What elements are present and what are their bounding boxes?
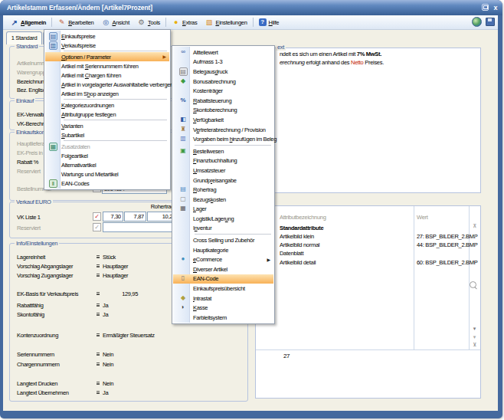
menu-item-vorgaben-beim-hinzufügen-im-beleg[interactable]: ▥Vorgaben beim hinzufügen im Beleg bbox=[173, 134, 273, 144]
attribute-row-name[interactable]: Datenblatt bbox=[280, 250, 303, 257]
arrow-icon: ↗ bbox=[10, 18, 18, 27]
menu-item-label: Belegausdruck bbox=[193, 68, 227, 75]
menu-item-rohertrag[interactable]: ▤Rohertrag bbox=[173, 185, 273, 195]
menu-item-gutter: ▢ bbox=[173, 195, 193, 204]
menubar-item-hilfe[interactable]: ?Hilfe bbox=[255, 18, 283, 27]
info-label-chargennummern: Chargennummern bbox=[17, 361, 60, 368]
menubar-item-einstellungen[interactable]: ▨Einstellungen bbox=[201, 18, 250, 28]
menu-item-hauptkategorie[interactable]: Hauptkategorie bbox=[173, 245, 273, 255]
scroll-to-top-icon[interactable]: ⊼ bbox=[471, 223, 478, 228]
menu-item-subartikel[interactable]: Subartikel bbox=[45, 130, 169, 139]
attribute-row-value[interactable]: 27: BSP_BILDER_2.BMP bbox=[417, 233, 477, 240]
menu-item-logistik-lagerung[interactable]: Logistik/Lagerung bbox=[173, 214, 273, 224]
menu-item-rabattsteuerung[interactable]: %Rabattsteuerung bbox=[173, 96, 273, 106]
menubar-item-extras[interactable]: ●Extras bbox=[168, 18, 201, 28]
menu-item-verfügbarkeit[interactable]: ◧Verfügbarkeit bbox=[173, 115, 273, 125]
menu-item-alternativartikel[interactable]: Alternativartikel bbox=[45, 160, 169, 169]
tab-standard[interactable]: 1 Standard bbox=[6, 31, 42, 44]
menubar-item-label: Extras bbox=[182, 19, 197, 26]
menu-item-bezugskosten[interactable]: ▢Bezugskosten bbox=[173, 195, 273, 205]
menubar-item-allgemein[interactable]: ↗Allgemein bbox=[6, 18, 50, 28]
menu-item-intrastat[interactable]: ◆Intrastat bbox=[173, 294, 273, 304]
menu-item-artikel-mit-seriennummern-führen[interactable]: Artikel mit Seriennummern führen bbox=[45, 61, 169, 71]
scroll-down-icon[interactable]: ▾ bbox=[471, 326, 478, 331]
infotext-fragment: 7% MwSt. bbox=[357, 51, 381, 57]
menu-item-einkaufspreise[interactable]: ▤Einkaufspreise bbox=[45, 31, 169, 41]
menubar-item-tools[interactable]: ⚙Tools bbox=[133, 18, 164, 28]
menu-item-aufmass-1-3[interactable]: Aufmass 1-3 bbox=[173, 57, 273, 67]
menu-item-artikel-in-vorgelagerter-auswahltabelle-verbergen[interactable]: Artikel in vorgelagerter Auswahltabelle … bbox=[45, 80, 169, 89]
attribute-row-value[interactable]: 60: BSP_BILDER_2.BMP bbox=[417, 259, 477, 266]
attribute-footer-value: 27 bbox=[283, 353, 290, 359]
scroll-up-icon[interactable]: ▴ bbox=[471, 232, 478, 238]
menu-item-inventur[interactable]: Inventur bbox=[173, 224, 273, 234]
app-window: Standard Einkauf Einkaufskonditionen Ver… bbox=[0, 0, 504, 420]
menu-item-label: Einkaufspreise bbox=[61, 33, 95, 40]
menu-item-kostenträger[interactable]: Kostenträger bbox=[173, 86, 273, 96]
attributes-header-name[interactable]: Attributbezeichnung bbox=[280, 214, 326, 221]
menu-item-diverser-artikel[interactable]: Diverser Artikel bbox=[173, 264, 273, 274]
menu-item-skontoberechnung[interactable]: Skontoberechnung bbox=[173, 106, 273, 116]
menu-item-farbleitsystem[interactable]: Farbleitsystem bbox=[173, 313, 273, 323]
value-marker-icon bbox=[97, 304, 100, 307]
menu-item-artikel-im-shop-anzeigen[interactable]: Artikel im Shop anzeigen bbox=[45, 89, 169, 98]
vk-liste-edit-icon[interactable]: ✓ bbox=[93, 212, 101, 221]
submenu-arrow-icon: ▶ bbox=[162, 54, 169, 60]
menu-item-finanzbuchhaltung[interactable]: Finanzbuchhaltung bbox=[173, 156, 273, 166]
infotext-fragment: erfolgt anhand des bbox=[305, 59, 351, 66]
menu-item-kasse[interactable]: ◗Kasse bbox=[173, 303, 273, 313]
menu-item-ean-code[interactable]: ▯EAN-Code bbox=[173, 274, 273, 284]
scroll-up-page-icon[interactable]: ▵ bbox=[471, 241, 478, 246]
vk-price-2-input[interactable] bbox=[124, 212, 146, 221]
menu-item-label: Rabattsteuerung bbox=[193, 97, 231, 104]
menu-item-label: Hauptkategorie bbox=[193, 247, 228, 254]
attribute-row-name[interactable]: Artikelbild normal bbox=[280, 241, 319, 248]
menu-item-artikel-mit-chargen-führen[interactable]: Artikel mit Chargen führen bbox=[45, 71, 169, 80]
close-window-button[interactable]: x bbox=[491, 2, 500, 13]
menu-item-altteilewert[interactable]: ∞Altteilewert bbox=[173, 48, 273, 57]
einkauf-group-label: Einkauf bbox=[15, 97, 35, 104]
attribute-row-name[interactable]: Artikelbild detail bbox=[280, 259, 316, 266]
globe-icon[interactable] bbox=[472, 17, 482, 27]
restore-window-button[interactable] bbox=[482, 4, 489, 11]
menubar-separator bbox=[165, 18, 166, 27]
rohertrag-label: Rohertrag bbox=[138, 203, 174, 210]
menu-item-bestellwesen[interactable]: ▣Bestellwesen bbox=[173, 146, 273, 156]
menu-item-wartungs-und-mietartikel[interactable]: Wartungs und Mietartikel bbox=[45, 169, 169, 179]
scroll-to-bottom-icon[interactable]: ⊻ bbox=[471, 342, 478, 347]
save-icon[interactable] bbox=[486, 18, 495, 26]
reserviert-edit-icon[interactable]: ✓ bbox=[93, 223, 101, 231]
menu-item-verkaufspreise[interactable]: ▥Verkaufspreise bbox=[45, 41, 169, 50]
search-icon[interactable] bbox=[470, 281, 476, 288]
menu-item-einkaufspreisübersicht[interactable]: Einkaufspreisübersicht bbox=[173, 284, 273, 294]
scroll-down-page-icon[interactable]: ▾ bbox=[471, 334, 478, 340]
infotext-line-2: erechnung erfolgt anhand des Netto Preis… bbox=[280, 59, 384, 67]
menu-item-belegausdruck[interactable]: ▤Belegausdruck bbox=[173, 67, 273, 77]
menu-item-gutter: ◗ bbox=[173, 304, 193, 312]
attribute-row-name[interactable]: Artikelbild klein bbox=[280, 233, 314, 240]
menu-item-bonusabrechnung[interactable]: ◆Bonusabrechnung bbox=[173, 77, 273, 87]
menu-item-kategoriezuordnungen[interactable]: Kategoriezuordnungen bbox=[45, 100, 169, 110]
attribute-row-name[interactable]: Standardattribute bbox=[280, 225, 323, 231]
menu-item-folgeartikel[interactable]: Folgeartikel bbox=[45, 151, 169, 160]
menu-item-varianten[interactable]: Varianten bbox=[45, 121, 169, 130]
attributes-header-value[interactable]: Wert bbox=[417, 214, 428, 221]
vk-price-1-input[interactable] bbox=[103, 212, 123, 221]
menu-item-ean-codes[interactable]: ‖EAN-Codes bbox=[45, 179, 169, 188]
menu-item-grundpreisangabe[interactable]: Grundpreisangabe bbox=[173, 176, 273, 185]
menu-item-label: Finanzbuchhaltung bbox=[193, 157, 237, 164]
menu-item-attributgruppe-festlegen[interactable]: Attributgruppe festlegen bbox=[45, 110, 169, 119]
menubar-item-bearbeiten[interactable]: ✎Bearbeiten bbox=[54, 18, 97, 28]
menu-item-vertreterabrechnung-provision[interactable]: ♜Vertreterabrechnung / Provision bbox=[173, 125, 273, 135]
menu-item-lager[interactable]: ▦Lager bbox=[173, 205, 273, 215]
menu-item-ecommerce[interactable]: ●eCommerce▶ bbox=[173, 254, 273, 264]
menu-item-label: Umsatzsteuer bbox=[193, 167, 225, 174]
info-label-ek-basis-für-verkaufspreis: EK-Basis für Verkaufspreis bbox=[17, 290, 78, 297]
menubar-item-ansicht[interactable]: ◎Ansicht bbox=[97, 18, 133, 28]
info-label-skontofähig: Skontofähig bbox=[17, 311, 44, 318]
attribute-row-value[interactable]: 44: BSP_BILDER_2.BMP bbox=[417, 241, 477, 248]
menu-item-gutter: ▤ bbox=[173, 185, 193, 194]
menu-item-optionen-parameter[interactable]: Optionen / Parameter▶ bbox=[45, 52, 169, 61]
menu-item-umsatzsteuer[interactable]: Umsatzsteuer bbox=[173, 166, 273, 176]
menu-item-cross-selling-und-zubehör[interactable]: Cross Selling und Zubehör bbox=[173, 235, 273, 245]
